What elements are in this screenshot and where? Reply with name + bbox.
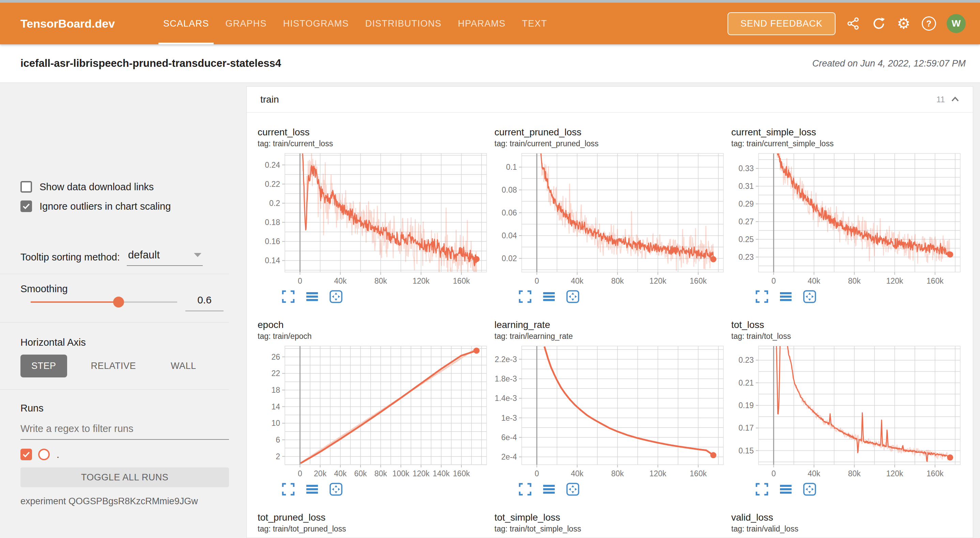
ignore-outliers-label: Ignore outliers in chart scaling — [40, 201, 171, 212]
svg-text:0: 0 — [298, 276, 302, 285]
svg-text:0.21: 0.21 — [738, 378, 754, 387]
tab-histograms[interactable]: HISTOGRAMS — [275, 3, 357, 44]
fit-domain-icon[interactable] — [803, 290, 816, 303]
ignore-outliers-checkbox[interactable] — [21, 201, 32, 212]
svg-text:0.22: 0.22 — [265, 180, 280, 188]
runs-filter-input[interactable] — [21, 423, 229, 440]
axis-option-relative[interactable]: RELATIVE — [80, 354, 147, 377]
svg-text:2.2e-3: 2.2e-3 — [495, 355, 517, 364]
expand-chart-icon[interactable] — [282, 290, 295, 303]
toggle-all-runs-button[interactable]: TOGGLE ALL RUNS — [21, 468, 229, 487]
axis-option-step[interactable]: STEP — [21, 354, 67, 377]
fit-domain-icon[interactable] — [566, 482, 580, 496]
chart-plot-tot_loss[interactable]: 040k80k120k160k0.230.210.190.170.15 — [730, 343, 962, 480]
expand-chart-icon[interactable] — [755, 290, 769, 303]
tooltip-sorting-select[interactable]: default — [127, 248, 203, 266]
svg-text:80k: 80k — [611, 469, 624, 478]
help-icon[interactable]: ? — [921, 16, 936, 31]
fit-domain-icon[interactable] — [329, 290, 343, 303]
section-title: train — [260, 94, 279, 105]
chart-plot-current_simple_loss[interactable]: 040k80k120k160k0.330.310.290.270.250.23 — [730, 151, 962, 287]
smoothing-value[interactable]: 0.6 — [185, 294, 224, 311]
data-table-icon[interactable] — [542, 290, 556, 303]
chart-actions — [518, 482, 580, 496]
experiment-title-bar: icefall-asr-librispeech-pruned-transduce… — [0, 44, 980, 83]
svg-text:40k: 40k — [808, 276, 821, 285]
collapse-caret-icon[interactable] — [950, 94, 961, 105]
svg-text:26: 26 — [271, 353, 280, 361]
share-icon[interactable] — [846, 16, 861, 31]
svg-text:0.33: 0.33 — [738, 164, 754, 173]
runs-heading: Runs — [21, 403, 44, 414]
svg-text:1.8e-3: 1.8e-3 — [495, 374, 517, 383]
run-name: . — [57, 449, 59, 460]
settings-sidebar: Show data download links Ignore outliers… — [0, 83, 239, 538]
tab-graphs[interactable]: GRAPHS — [217, 3, 275, 44]
refresh-icon[interactable] — [871, 16, 886, 31]
chart-plot-epoch[interactable]: 020k40k60k80k100k120k140k160k26221814106… — [257, 343, 488, 480]
app-logo: TensorBoard.dev — [21, 17, 135, 30]
svg-text:160k: 160k — [690, 276, 707, 285]
svg-text:40k: 40k — [571, 469, 584, 478]
svg-text:1e-3: 1e-3 — [501, 413, 517, 422]
svg-text:0.23: 0.23 — [738, 253, 754, 262]
svg-text:0: 0 — [298, 469, 302, 478]
data-table-icon[interactable] — [305, 290, 319, 303]
data-table-icon[interactable] — [779, 290, 792, 303]
axis-option-wall[interactable]: WALL — [160, 354, 207, 377]
chart-plot-current_loss[interactable]: 040k80k120k160k0.240.220.20.180.160.14 — [257, 151, 488, 287]
svg-text:6: 6 — [276, 435, 280, 444]
settings-gear-icon[interactable]: ⚙ — [896, 16, 911, 31]
created-timestamp: Created on Jun 4, 2022, 12:59:07 PM — [812, 58, 966, 69]
svg-text:1.4e-3: 1.4e-3 — [495, 394, 517, 403]
data-table-icon[interactable] — [779, 482, 792, 496]
train-section-header[interactable]: train 11 — [247, 86, 973, 112]
svg-text:120k: 120k — [886, 469, 903, 478]
svg-text:0.27: 0.27 — [738, 217, 754, 226]
expand-chart-icon[interactable] — [518, 290, 532, 303]
expand-chart-icon[interactable] — [755, 482, 769, 496]
svg-text:120k: 120k — [886, 276, 903, 285]
svg-text:0.24: 0.24 — [265, 161, 280, 169]
expand-chart-icon[interactable] — [518, 482, 532, 496]
show-download-links-checkbox[interactable] — [21, 181, 32, 193]
tab-text[interactable]: TEXT — [514, 3, 555, 44]
svg-text:120k: 120k — [649, 469, 667, 478]
smoothing-slider-knob[interactable] — [113, 297, 124, 308]
checkmark-icon — [22, 202, 31, 211]
svg-text:120k: 120k — [413, 276, 430, 285]
svg-text:160k: 160k — [453, 469, 470, 478]
fit-domain-icon[interactable] — [803, 482, 816, 496]
chart-title: tot_simple_loss — [495, 512, 560, 523]
smoothing-slider[interactable] — [31, 302, 177, 303]
svg-text:14: 14 — [271, 402, 280, 411]
svg-text:0.19: 0.19 — [738, 401, 754, 410]
show-download-links-label: Show data download links — [40, 181, 154, 193]
expand-chart-icon[interactable] — [282, 482, 295, 496]
svg-text:0.04: 0.04 — [501, 231, 517, 240]
smoothing-heading: Smoothing — [21, 283, 68, 295]
chart-plot-learning_rate[interactable]: 040k80k120k160k2.2e-31.8e-31.4e-31e-36e-… — [494, 343, 725, 480]
svg-text:120k: 120k — [649, 276, 667, 285]
run-checkbox[interactable] — [21, 449, 32, 460]
chart-title: current_loss — [258, 127, 310, 138]
run-color-swatch-icon[interactable] — [38, 449, 50, 460]
chart-tag: tag: train/learning_rate — [495, 332, 573, 341]
tab-scalars[interactable]: SCALARS — [155, 3, 217, 44]
chart-tag: tag: train/tot_simple_loss — [495, 524, 581, 533]
tab-distributions[interactable]: DISTRIBUTIONS — [357, 3, 450, 44]
tab-hparams[interactable]: HPARAMS — [450, 3, 514, 44]
fit-domain-icon[interactable] — [329, 482, 343, 496]
user-avatar[interactable]: W — [947, 14, 966, 33]
data-table-icon[interactable] — [542, 482, 556, 496]
tensorboard-app: TensorBoard.dev SCALARSGRAPHSHISTOGRAMSD… — [0, 0, 980, 538]
chart-plot-current_pruned_loss[interactable]: 040k80k120k160k0.10.080.060.040.02 — [494, 151, 725, 287]
data-table-icon[interactable] — [305, 482, 319, 496]
svg-text:0.25: 0.25 — [738, 235, 754, 244]
chart-card-epoch: epochtag: train/epoch020k40k60k80k100k12… — [257, 313, 488, 506]
fit-domain-icon[interactable] — [566, 290, 580, 303]
send-feedback-button[interactable]: SEND FEEDBACK — [727, 12, 835, 35]
svg-text:40k: 40k — [334, 276, 347, 285]
svg-text:0: 0 — [772, 276, 776, 285]
ignore-outliers-row: Ignore outliers in chart scaling — [21, 201, 171, 212]
